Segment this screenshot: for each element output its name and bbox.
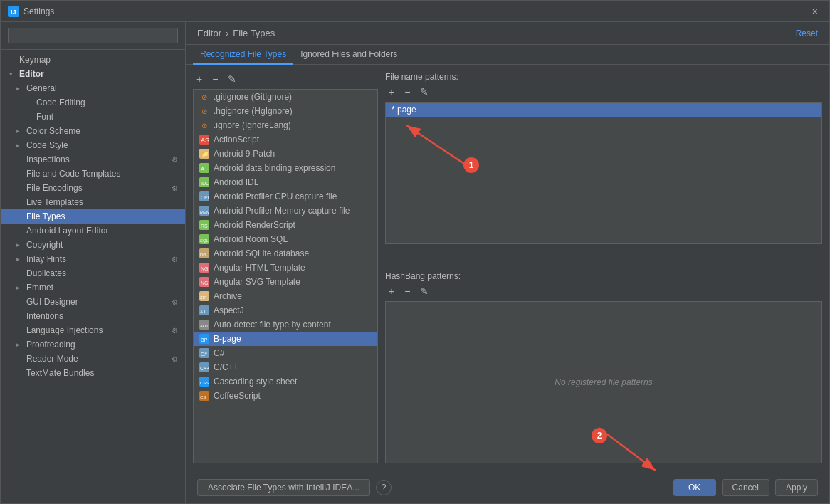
list-item-label: CoffeeScript — [214, 391, 261, 401]
settings-icon: ⚙ — [172, 184, 178, 192]
pattern-item-page[interactable]: *.page — [386, 103, 821, 117]
list-item[interactable]: C# C# — [194, 346, 377, 360]
sidebar-item-gui-designer[interactable]: GUI Designer ⚙ — [1, 295, 185, 309]
file-name-patterns-list[interactable]: *.page — [385, 102, 822, 244]
sidebar: 🔍 Keymap ▾ Editor ▸ General — [1, 22, 186, 503]
chevron-down-icon: ▾ — [9, 70, 16, 78]
breadcrumb-parent: Editor — [197, 28, 221, 38]
list-item[interactable]: AUTO Auto-detect file type by content — [194, 317, 377, 332]
associate-button[interactable]: Associate File Types with IntelliJ IDEA.… — [197, 479, 370, 496]
tab-recognized[interactable]: Recognized File Types — [193, 45, 293, 65]
hashbang-patterns-section: HashBang patterns: + − ✎ No registered f… — [385, 271, 822, 463]
title-bar-text: Settings — [23, 6, 808, 16]
tab-ignored[interactable]: Ignored Files and Folders — [293, 45, 404, 65]
search-input[interactable] — [8, 28, 178, 43]
file-icon: RS — [199, 220, 209, 230]
sidebar-item-textmate-bundles[interactable]: TextMate Bundles — [1, 366, 185, 380]
sidebar-item-emmet[interactable]: ▸ Emmet — [1, 280, 185, 295]
sidebar-item-label: Duplicates — [26, 268, 66, 278]
sidebar-item-intentions[interactable]: Intentions — [1, 309, 185, 323]
help-button[interactable]: ? — [376, 480, 392, 495]
list-item-label: Android IDL — [214, 177, 258, 187]
sidebar-item-font[interactable]: Font — [1, 110, 185, 124]
list-item[interactable]: AJ AspectJ — [194, 303, 377, 317]
list-item[interactable]: ⊘ .gitignore (GitIgnore) — [194, 90, 377, 104]
add-pattern-button[interactable]: + — [385, 85, 398, 99]
settings-window: IJ Settings × 🔍 Keymap ▾ — [0, 0, 830, 504]
sidebar-item-language-injections[interactable]: Language Injections ⚙ — [1, 323, 185, 337]
list-item-bpage[interactable]: BP B-page — [194, 332, 377, 346]
panels-area: + − ✎ ⊘ .gitignore (GitIgnore) ⊘ .hgigno… — [186, 65, 829, 471]
remove-pattern-button[interactable]: − — [401, 85, 414, 99]
list-item[interactable]: CPU Android Profiler CPU capture file — [194, 189, 377, 204]
list-item[interactable]: NG Angular SVG Template — [194, 275, 377, 289]
chevron-right-icon: ▸ — [16, 284, 23, 291]
svg-text:BP: BP — [201, 337, 208, 342]
sidebar-item-inspections[interactable]: Inspections ⚙ — [1, 152, 185, 167]
sidebar-item-code-style[interactable]: ▸ Code Style — [1, 138, 185, 152]
chevron-right-icon: ▸ — [16, 142, 23, 149]
svg-text:AUTO: AUTO — [200, 324, 209, 328]
list-item-label: Cascading style sheet — [214, 377, 297, 387]
list-item[interactable]: RS Android RenderScript — [194, 218, 377, 232]
file-name-patterns-label: File name patterns: — [385, 72, 822, 82]
svg-text:AJ: AJ — [200, 310, 205, 314]
list-item-label: Android 9-Patch — [214, 149, 275, 159]
breadcrumb-separator: › — [226, 28, 228, 38]
list-item[interactable]: ZIP Archive — [194, 289, 377, 303]
sidebar-item-inlay-hints[interactable]: ▸ Inlay Hints ⚙ — [1, 252, 185, 266]
sidebar-item-color-scheme[interactable]: ▸ Color Scheme — [1, 124, 185, 138]
list-item[interactable]: 📁 Android 9-Patch — [194, 147, 377, 161]
file-types-list[interactable]: ⊘ .gitignore (GitIgnore) ⊘ .hgignore (Hg… — [193, 89, 378, 463]
svg-text:RS: RS — [201, 224, 208, 229]
sidebar-item-android-layout-editor[interactable]: Android Layout Editor — [1, 224, 185, 238]
file-icon: C++ — [199, 362, 209, 372]
no-patterns-text: No registered file patterns — [555, 377, 652, 387]
file-icon: C# — [199, 348, 209, 358]
ok-button[interactable]: OK — [673, 479, 716, 496]
edit-file-type-button[interactable]: ✎ — [224, 72, 240, 86]
edit-pattern-button[interactable]: ✎ — [416, 85, 432, 99]
sidebar-item-file-encodings[interactable]: File Encodings ⚙ — [1, 181, 185, 195]
sidebar-item-file-types[interactable]: File Types — [1, 209, 185, 224]
list-item[interactable]: DB Android SQLite database — [194, 246, 377, 261]
add-hashbang-button[interactable]: + — [385, 284, 398, 298]
remove-file-type-button[interactable]: − — [209, 72, 221, 86]
file-icon: ⊘ — [199, 92, 209, 102]
sidebar-item-code-editing[interactable]: Code Editing — [1, 95, 185, 110]
svg-text:A: A — [201, 166, 205, 172]
add-file-type-button[interactable]: + — [193, 72, 206, 86]
sidebar-item-copyright[interactable]: ▸ Copyright — [1, 238, 185, 252]
list-item[interactable]: MEM Android Profiler Memory capture file — [194, 204, 377, 218]
list-item[interactable]: CS CoffeeScript — [194, 389, 377, 403]
list-item[interactable]: A Android data binding expression — [194, 161, 377, 175]
edit-hashbang-button[interactable]: ✎ — [416, 284, 432, 298]
sidebar-item-proofreading[interactable]: ▸ Proofreading — [1, 337, 185, 352]
file-icon: DB — [199, 248, 209, 258]
cancel-button[interactable]: Cancel — [722, 479, 769, 496]
sidebar-item-keymap[interactable]: Keymap — [1, 53, 185, 67]
sidebar-item-editor[interactable]: ▾ Editor — [1, 67, 185, 81]
list-item[interactable]: ⊘ .hgignore (HgIgnore) — [194, 104, 377, 118]
sidebar-item-reader-mode[interactable]: Reader Mode ⚙ — [1, 352, 185, 366]
remove-hashbang-button[interactable]: − — [401, 284, 414, 298]
list-item[interactable]: IDL Android IDL — [194, 175, 377, 189]
file-icon: 📁 — [199, 149, 209, 159]
hashbang-patterns-list[interactable]: No registered file patterns — [385, 301, 822, 463]
list-item[interactable]: SQL Android Room SQL — [194, 232, 377, 246]
list-item[interactable]: NG Angular HTML Template — [194, 261, 377, 275]
sidebar-item-live-templates[interactable]: Live Templates — [1, 195, 185, 209]
list-item-label: C/C++ — [214, 362, 238, 372]
list-item[interactable]: C++ C/C++ — [194, 360, 377, 374]
sidebar-item-general[interactable]: ▸ General — [1, 81, 185, 95]
list-item[interactable]: ⊘ .ignore (IgnoreLang) — [194, 118, 377, 132]
apply-button[interactable]: Apply — [775, 479, 818, 496]
list-item-label: ActionScript — [214, 135, 259, 145]
sidebar-item-label: Copyright — [26, 240, 63, 250]
close-button[interactable]: × — [808, 4, 822, 19]
list-item[interactable]: AS ActionScript — [194, 132, 377, 147]
list-item[interactable]: CSS Cascading style sheet — [194, 374, 377, 389]
sidebar-item-file-code-templates[interactable]: File and Code Templates — [1, 167, 185, 181]
sidebar-item-duplicates[interactable]: Duplicates — [1, 266, 185, 280]
reset-button[interactable]: Reset — [796, 28, 818, 38]
